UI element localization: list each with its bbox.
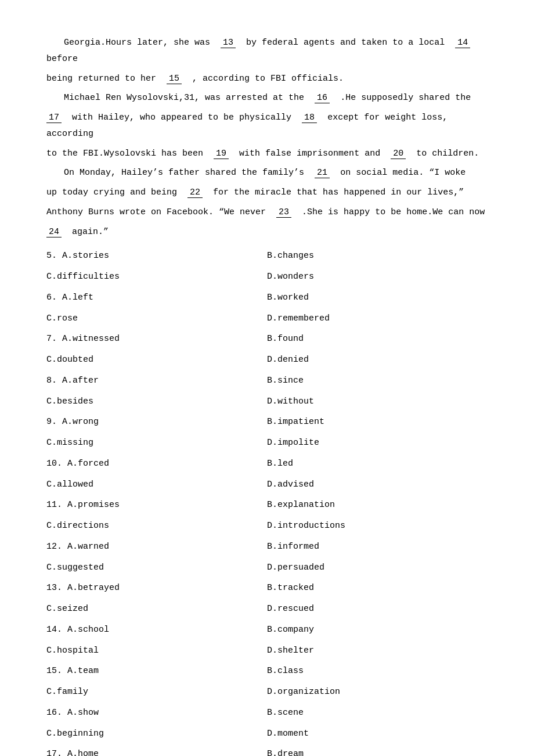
option-a-label: C. xyxy=(46,314,57,323)
option-a-label: C. xyxy=(46,729,57,739)
option-b-text: denied xyxy=(277,355,309,365)
blank-24: 24 xyxy=(46,227,62,237)
option-row: 17. A.homeB.dream xyxy=(46,744,488,756)
option-b-label: B. xyxy=(267,625,277,635)
blank-15: 15 xyxy=(167,74,182,84)
option-b-text: impolite xyxy=(277,438,319,448)
option-a-label: C. xyxy=(46,604,57,614)
option-left: C.family xyxy=(46,682,267,703)
option-left: 16. A.show xyxy=(46,703,267,723)
option-number: 11. xyxy=(46,500,67,510)
option-b-label: D. xyxy=(267,563,277,573)
option-right: D.remembered xyxy=(267,308,488,329)
option-a-label: A. xyxy=(67,583,78,593)
option-right: D.wonders xyxy=(267,267,488,287)
para3-text5: Anthony Burns wrote on Facebook. “We nev… xyxy=(46,207,266,217)
option-b-text: moment xyxy=(277,729,309,739)
option-b-text: tracked xyxy=(277,583,314,593)
option-left: C.doubted xyxy=(46,350,267,370)
option-number: 5. xyxy=(46,251,62,261)
option-left: 17. A.home xyxy=(46,744,267,756)
para1-text4: being returned to her xyxy=(46,74,156,84)
option-row: 12. A.warnedB.informed xyxy=(46,537,488,557)
options-table: 5. A.storiesB.changesC.difficultiesD.won… xyxy=(46,246,488,756)
option-number: 8. xyxy=(46,376,62,386)
option-b-text: informed xyxy=(277,542,319,552)
option-left: 15. A.team xyxy=(46,661,267,682)
option-a-text: home xyxy=(78,749,99,756)
option-b-text: wonders xyxy=(277,272,314,282)
option-right: D.impolite xyxy=(267,433,488,453)
option-number: 16. xyxy=(46,708,67,718)
option-row: C.missingD.impolite xyxy=(46,433,488,453)
option-left: 5. A.stories xyxy=(46,246,267,267)
option-right: D.moment xyxy=(267,723,488,744)
option-left: C.beginning xyxy=(46,723,267,744)
blank-17: 17 xyxy=(46,113,62,123)
option-a-text: besides xyxy=(57,397,93,406)
passage-para3: On Monday, Hailey’s father shared the fa… xyxy=(46,165,488,181)
option-b-text: impatient xyxy=(277,417,324,427)
option-number: 6. xyxy=(46,293,62,303)
option-b-label: B. xyxy=(267,500,277,510)
option-a-label: C. xyxy=(46,521,57,531)
option-left: 13. A.betrayed xyxy=(46,578,267,599)
option-a-text: warned xyxy=(78,542,109,552)
option-right: D.organization xyxy=(267,682,488,703)
option-a-text: difficulties xyxy=(57,272,120,282)
option-right: B.explanation xyxy=(267,495,488,516)
option-left: C.missing xyxy=(46,433,267,453)
option-a-text: betrayed xyxy=(78,583,120,593)
option-row: 9. A.wrongB.impatient xyxy=(46,412,488,433)
option-right: D.introductions xyxy=(267,516,488,537)
option-b-label: D. xyxy=(267,355,277,365)
option-left: 11. A.promises xyxy=(46,495,267,516)
option-a-text: after xyxy=(73,376,99,386)
option-b-text: without xyxy=(277,397,314,406)
option-row: C.directionsD.introductions xyxy=(46,516,488,537)
option-row: 13. A.betrayedB.tracked xyxy=(46,578,488,599)
option-a-label: A. xyxy=(67,666,78,676)
option-a-text: stories xyxy=(73,251,109,261)
passage-text: Georgia.Hours later, she was 13 by feder… xyxy=(46,35,488,240)
option-a-text: missing xyxy=(57,438,93,448)
option-left: C.hospital xyxy=(46,640,267,661)
option-number: 12. xyxy=(46,542,67,552)
blank-19: 19 xyxy=(214,149,229,159)
option-row: C.suggestedD.persuaded xyxy=(46,557,488,578)
option-b-label: B. xyxy=(267,417,277,427)
option-right: D.advised xyxy=(267,474,488,495)
option-left: 7. A.witnessed xyxy=(46,329,267,350)
option-b-text: organization xyxy=(277,687,340,697)
passage-para3-cont3: 24 again.” xyxy=(46,224,488,240)
option-number: 13. xyxy=(46,583,67,593)
option-right: D.without xyxy=(267,391,488,412)
option-a-label: C. xyxy=(46,646,57,656)
option-left: C.rose xyxy=(46,308,267,329)
blank-22: 22 xyxy=(187,188,203,198)
option-b-label: D. xyxy=(267,646,277,656)
blank-21: 21 xyxy=(315,168,330,178)
para2-text7: to children. xyxy=(416,149,479,159)
option-right: B.informed xyxy=(267,537,488,557)
option-row: C.beginningD.moment xyxy=(46,723,488,744)
option-b-label: D. xyxy=(267,521,277,531)
option-number: 9. xyxy=(46,417,62,427)
option-a-label: C. xyxy=(46,480,57,489)
option-row: 6. A.leftB.worked xyxy=(46,287,488,308)
para1-text3: before xyxy=(46,54,78,64)
option-number: 15. xyxy=(46,666,67,676)
option-number: 10. xyxy=(46,459,67,469)
para2-text2: .He supposedly shared the xyxy=(340,93,471,103)
option-row: C.difficultiesD.wonders xyxy=(46,267,488,287)
option-b-text: scene xyxy=(277,708,304,718)
option-a-text: left xyxy=(73,293,93,303)
option-row: C.hospitalD.shelter xyxy=(46,640,488,661)
option-number: 7. xyxy=(46,334,62,344)
option-b-text: since xyxy=(277,376,304,386)
option-b-label: B. xyxy=(267,583,277,593)
option-b-text: shelter xyxy=(277,646,314,656)
option-row: C.familyD.organization xyxy=(46,682,488,703)
option-b-label: B. xyxy=(267,708,277,718)
option-row: C.doubtedD.denied xyxy=(46,350,488,370)
